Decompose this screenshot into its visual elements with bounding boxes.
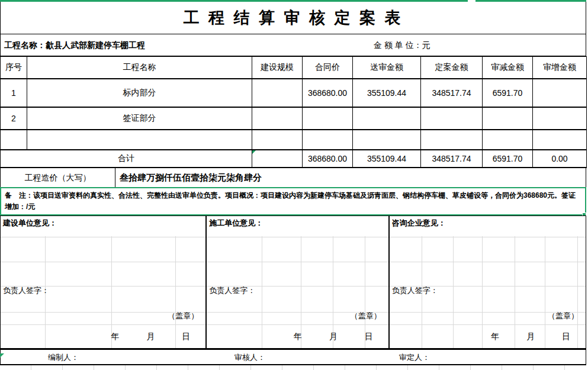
seal-label: （盖章） <box>351 311 381 321</box>
header-contract[interactable]: 合同价 <box>303 57 353 79</box>
total-submitted[interactable]: 355109.44 <box>353 150 421 168</box>
total-increased[interactable]: 0.00 <box>533 150 587 168</box>
gridline <box>390 237 586 237</box>
section-contractor-unit[interactable]: 施工单位意见： 负责人签字： （盖章） 年 月 日 <box>205 216 388 348</box>
cell-finalized[interactable] <box>421 107 483 130</box>
day-label: 日 <box>365 329 373 344</box>
gridline <box>390 262 586 262</box>
table-row: 2 签证部分 <box>1 107 587 130</box>
comment-indicator-icon <box>252 150 256 154</box>
header-scale[interactable]: 建设规模 <box>252 57 303 79</box>
approver-label: 审定人： <box>399 350 430 365</box>
day-label: 日 <box>182 329 190 344</box>
table-header-row: 序号 工程名称 建设规模 合同价 送审金额 定案金额 审减金额 审增金额 <box>1 57 587 79</box>
comment-indicator-icon <box>0 353 4 358</box>
section-title: 建设单位意见： <box>3 218 57 229</box>
signer-label: 负责人签字： <box>209 285 255 296</box>
cell-contract[interactable] <box>303 130 353 150</box>
cell-submitted[interactable] <box>353 107 421 130</box>
signer-label: 负责人签字： <box>3 285 49 296</box>
cell-scale[interactable] <box>252 130 303 150</box>
total-contract[interactable]: 368680.00 <box>303 150 353 168</box>
gridline <box>207 237 388 237</box>
amount-in-words-row: 工程造价（大写） 叁拾肆万捌仟伍佰壹拾柒元柒角肆分 <box>0 167 586 188</box>
year-label: 年 <box>491 329 499 344</box>
header-submitted[interactable]: 送审金额 <box>353 57 421 79</box>
seal-label: （盖章） <box>168 311 198 321</box>
form-title: 工 程 结 算 审 核 定 案 表 <box>0 2 586 34</box>
header-project[interactable]: 工程名称 <box>27 57 252 79</box>
amount-in-words-label[interactable]: 工程造价（大写） <box>1 167 115 188</box>
preparer-label: 编制人： <box>48 350 79 365</box>
section-title: 施工单位意见： <box>209 218 263 229</box>
cell-increased[interactable] <box>533 107 587 130</box>
date-line: 年 月 日 <box>390 329 570 344</box>
cell-submitted[interactable] <box>353 130 421 150</box>
gridline <box>577 236 578 348</box>
seal-label: （盖章） <box>548 311 579 321</box>
year-label: 年 <box>111 329 119 344</box>
month-label: 月 <box>146 329 155 344</box>
project-name-label: 工程名称：歙县人武部新建停车棚工程 <box>4 34 145 56</box>
month-label: 月 <box>526 329 535 344</box>
cell-project[interactable]: 标内部分 <box>27 79 252 107</box>
month-label: 月 <box>329 329 338 344</box>
remark-selected-cell[interactable]: 备 注：该项目送审资料的真实性、合法性、完整性由送审单位负责。项目概况：项目建设… <box>0 187 586 215</box>
cell-increased[interactable] <box>533 79 587 107</box>
gridline <box>207 324 388 325</box>
cell-submitted[interactable]: 355109.44 <box>353 79 421 107</box>
header-increased[interactable]: 审增金额 <box>533 57 587 79</box>
gridline <box>1 262 205 262</box>
header-finalized[interactable]: 定案金额 <box>421 57 483 79</box>
header-reduced[interactable]: 审减金额 <box>483 57 533 79</box>
table-total-row: 合计 368680.00 355109.44 348517.74 6591.70… <box>1 150 587 168</box>
amount-in-words-value[interactable]: 叁拾肆万捌仟伍佰壹拾柒元柒角肆分 <box>115 167 587 188</box>
gridline <box>207 262 388 262</box>
cell-finalized[interactable] <box>421 130 483 150</box>
header-seq[interactable]: 序号 <box>1 57 27 79</box>
total-finalized[interactable]: 348517.74 <box>421 150 483 168</box>
total-scale[interactable] <box>252 150 303 168</box>
cell-contract[interactable] <box>303 107 353 130</box>
year-label: 年 <box>294 329 302 344</box>
gridline <box>1 237 205 237</box>
cell-reduced[interactable]: 6591.70 <box>483 79 533 107</box>
gridline <box>390 324 586 325</box>
date-line: 年 月 日 <box>207 329 372 344</box>
gridline <box>1 324 205 325</box>
table-row: 1 标内部分 368680.00 355109.44 348517.74 659… <box>1 79 587 107</box>
cell-project[interactable] <box>27 130 252 150</box>
cell-contract[interactable]: 368680.00 <box>303 79 353 107</box>
section-consulting-firm[interactable]: 咨询企业意见： 负责人签字： （盖章） 年 月 日 <box>388 216 586 348</box>
spreadsheet-form: 工 程 结 算 审 核 定 案 表 工程名称：歙县人武部新建停车棚工程 金 额 … <box>0 0 588 370</box>
section-title: 咨询企业意见： <box>392 218 446 229</box>
cell-seq[interactable]: 2 <box>1 107 27 130</box>
settlement-table: 序号 工程名称 建设规模 合同价 送审金额 定案金额 审减金额 审增金额 1 标… <box>0 56 587 168</box>
cell-scale[interactable] <box>252 79 303 107</box>
cell-increased[interactable] <box>533 130 587 150</box>
amount-unit-label: 金 额 单 位：元 <box>374 34 430 56</box>
cell-reduced[interactable] <box>483 107 533 130</box>
cell-seq[interactable]: 1 <box>1 79 27 107</box>
total-label[interactable]: 合计 <box>1 150 252 168</box>
total-reduced[interactable]: 6591.70 <box>483 150 533 168</box>
cell-finalized[interactable]: 348517.74 <box>421 79 483 107</box>
signer-label: 负责人签字： <box>392 285 438 296</box>
opinion-sections: 建设单位意见： 负责人签字： （盖章） 年 月 日 施工单位意见： 负责人签字：… <box>0 215 586 350</box>
project-name-row[interactable]: 工程名称：歙县人武部新建停车棚工程 金 额 单 位：元 <box>0 34 586 56</box>
date-line: 年 月 日 <box>1 329 190 344</box>
section-construction-unit[interactable]: 建设单位意见： 负责人签字： （盖章） 年 月 日 <box>1 216 205 348</box>
table-row <box>1 130 587 150</box>
cell-reduced[interactable] <box>483 130 533 150</box>
reviewer-label: 审核人： <box>234 350 265 365</box>
day-label: 日 <box>562 329 570 344</box>
footer-row[interactable]: 编制人： 审核人： 审定人： <box>0 350 586 365</box>
bottom-gridline-strip <box>0 365 588 370</box>
cell-project[interactable]: 签证部分 <box>27 107 252 130</box>
cell-scale[interactable] <box>252 107 303 130</box>
cell-seq[interactable] <box>1 130 27 150</box>
